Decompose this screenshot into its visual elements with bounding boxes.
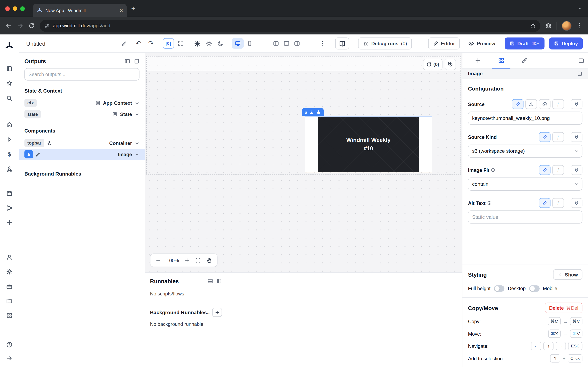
tab-insert[interactable] bbox=[466, 53, 489, 68]
outputs-docs-icon[interactable] bbox=[134, 58, 140, 64]
source-kind-expression-button[interactable]: ƒ bbox=[553, 132, 564, 142]
alt-text-connect-plug-button[interactable] bbox=[571, 198, 582, 208]
collapse-panel-icon[interactable] bbox=[578, 53, 584, 68]
anchor-icon[interactable] bbox=[316, 110, 320, 114]
mobile-full-height-toggle[interactable] bbox=[529, 285, 539, 292]
schedules-icon[interactable] bbox=[6, 190, 12, 197]
info-icon[interactable] bbox=[487, 201, 492, 205]
source-input[interactable] bbox=[468, 111, 582, 125]
search-outputs-input[interactable] bbox=[24, 68, 139, 81]
minimize-window-button[interactable] bbox=[13, 6, 17, 11]
theme-dark-moon-icon[interactable] bbox=[218, 40, 224, 46]
forward-button[interactable] bbox=[17, 22, 24, 29]
app-canvas[interactable]: (0) a Wind bbox=[145, 53, 462, 272]
undo-icon[interactable]: ↶ bbox=[136, 39, 141, 48]
desktop-view-toggle[interactable] bbox=[232, 38, 244, 49]
profile-avatar[interactable] bbox=[562, 21, 571, 31]
chevron-up-icon[interactable] bbox=[135, 152, 139, 157]
tab-close-icon[interactable]: × bbox=[120, 7, 123, 13]
favorites-star-icon[interactable] bbox=[6, 80, 12, 86]
panel-right-toggle-icon[interactable] bbox=[294, 40, 300, 46]
settings-gear-icon[interactable] bbox=[6, 268, 12, 275]
alt-text-expression-button[interactable]: ƒ bbox=[553, 198, 564, 208]
source-kind-connect-plug-button[interactable] bbox=[571, 132, 582, 142]
help-icon[interactable] bbox=[6, 342, 12, 348]
panel-bottom-toggle-icon[interactable] bbox=[284, 40, 290, 46]
billing-icon[interactable]: $ bbox=[8, 151, 11, 157]
styling-show-button[interactable]: Show bbox=[553, 269, 582, 280]
home-icon[interactable] bbox=[6, 121, 12, 128]
image-fit-static-pencil-button[interactable] bbox=[539, 165, 550, 175]
theme-auto-icon[interactable] bbox=[206, 40, 212, 47]
expand-sidebar-icon[interactable] bbox=[6, 355, 12, 361]
image-fit-value[interactable] bbox=[468, 178, 582, 191]
app-title[interactable]: Untitled bbox=[26, 40, 45, 47]
output-row-ctx[interactable]: ctx App Context bbox=[19, 98, 145, 109]
chevron-down-icon[interactable] bbox=[135, 112, 139, 117]
source-s3-cloud-button[interactable] bbox=[539, 99, 550, 109]
delete-component-button[interactable]: Delete ⌘Del bbox=[545, 303, 582, 313]
alt-text-input[interactable] bbox=[468, 210, 582, 224]
draft-button[interactable]: Draft ⌘S bbox=[505, 38, 545, 50]
theme-light-icon[interactable] bbox=[194, 40, 201, 47]
close-window-button[interactable] bbox=[5, 6, 10, 11]
selected-component-tab[interactable]: a bbox=[302, 108, 324, 116]
expand-component-icon[interactable] bbox=[310, 110, 314, 114]
edit-id-pencil-icon[interactable] bbox=[35, 152, 40, 157]
browser-tab[interactable]: New App | Windmill × bbox=[33, 4, 127, 17]
component-row-a[interactable]: a Image bbox=[19, 149, 145, 160]
zoom-out-icon[interactable] bbox=[156, 258, 161, 263]
tab-search-chevron-icon[interactable] bbox=[578, 6, 583, 11]
component-docs-icon[interactable] bbox=[577, 71, 582, 76]
source-kind-select[interactable] bbox=[468, 145, 582, 158]
source-kind-static-pencil-button[interactable] bbox=[539, 132, 550, 142]
reload-button[interactable] bbox=[29, 22, 35, 29]
add-background-runnable-button[interactable] bbox=[212, 308, 222, 317]
editor-button[interactable]: Editor bbox=[428, 38, 460, 50]
runs-icon[interactable] bbox=[6, 136, 12, 143]
info-icon[interactable] bbox=[491, 168, 495, 172]
folders-icon[interactable] bbox=[6, 298, 12, 304]
tab-settings[interactable] bbox=[489, 53, 513, 68]
runnables-docs-icon[interactable] bbox=[216, 278, 222, 284]
resources-icon[interactable] bbox=[6, 66, 12, 72]
image-fit-select[interactable] bbox=[468, 178, 582, 191]
site-settings-icon[interactable] bbox=[44, 23, 50, 28]
extensions-icon[interactable] bbox=[545, 22, 552, 29]
tab-styling-brush[interactable] bbox=[513, 53, 536, 68]
pan-hand-icon[interactable] bbox=[207, 258, 212, 263]
recompute-history-button[interactable] bbox=[445, 59, 456, 70]
a-badge[interactable]: a bbox=[24, 150, 33, 158]
desktop-full-height-toggle[interactable] bbox=[494, 285, 504, 292]
hub-icon[interactable] bbox=[6, 166, 12, 172]
flows-icon[interactable] bbox=[6, 205, 12, 211]
alt-text-static-pencil-button[interactable] bbox=[539, 198, 550, 208]
fullscreen-canvas-icon[interactable] bbox=[178, 40, 184, 46]
state-badge[interactable]: state bbox=[24, 110, 41, 118]
new-tab-button[interactable]: + bbox=[131, 4, 135, 12]
ctx-badge[interactable]: ctx bbox=[24, 99, 37, 107]
rename-pencil-icon[interactable] bbox=[121, 41, 127, 46]
debug-runs-button[interactable]: Debug runs (0) bbox=[358, 38, 412, 50]
back-button[interactable] bbox=[5, 22, 12, 29]
windmill-logo[interactable] bbox=[5, 41, 14, 52]
user-icon[interactable] bbox=[6, 254, 12, 260]
maximize-window-button[interactable] bbox=[20, 6, 25, 11]
dock-panel-icon[interactable] bbox=[208, 278, 213, 284]
refresh-app-button[interactable]: (0) bbox=[423, 59, 442, 70]
dock-panel-icon[interactable] bbox=[125, 58, 130, 64]
search-icon[interactable] bbox=[6, 95, 12, 101]
preview-button[interactable]: Preview bbox=[464, 38, 500, 50]
panel-left-toggle-icon[interactable] bbox=[273, 40, 279, 46]
chevron-down-icon[interactable] bbox=[135, 100, 139, 105]
browser-menu-icon[interactable]: ⋮ bbox=[576, 22, 583, 30]
image-component[interactable]: Windmill Weekly #10 bbox=[305, 116, 432, 172]
zoom-in-icon[interactable] bbox=[185, 258, 190, 263]
jobs-briefcase-icon[interactable] bbox=[6, 284, 12, 290]
bookmark-star-icon[interactable] bbox=[530, 23, 536, 29]
source-kind-value[interactable] bbox=[468, 145, 582, 158]
source-expression-button[interactable]: ƒ bbox=[553, 99, 564, 109]
redo-icon[interactable]: ↷ bbox=[148, 39, 154, 48]
component-row-topbar[interactable]: topbar Container bbox=[19, 137, 145, 149]
deploy-button[interactable]: Deploy bbox=[549, 38, 583, 50]
